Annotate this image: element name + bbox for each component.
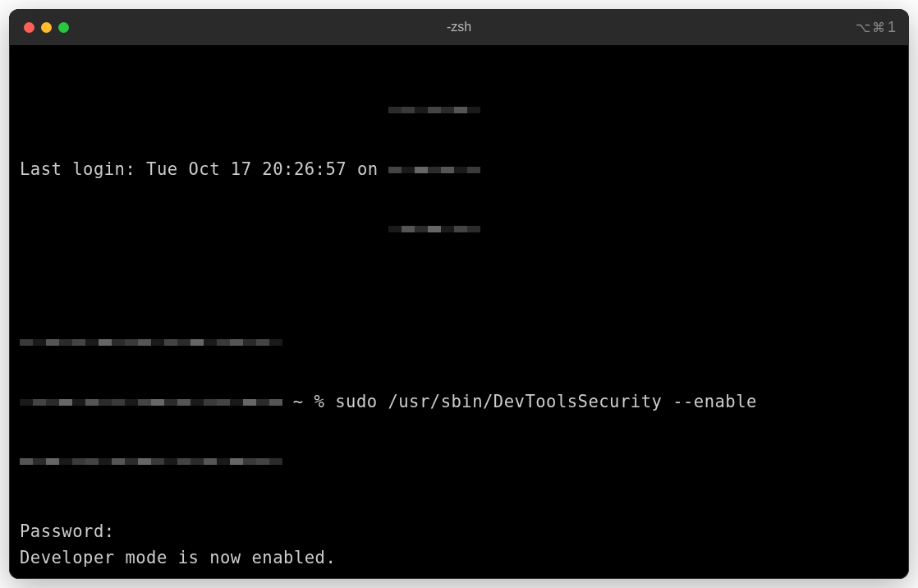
- traffic-lights: [9, 22, 69, 33]
- redacted-tty: [388, 53, 480, 286]
- minimize-button[interactable]: [41, 22, 52, 33]
- command-text: sudo /usr/sbin/DevToolsSecurity --enable: [335, 388, 757, 415]
- prompt-symbol-1: ~ %: [282, 388, 335, 415]
- command-key-icon: ⌘: [872, 20, 885, 35]
- keyboard-shortcut-indicator: ⌥⌘1: [856, 19, 896, 36]
- redacted-hostname-1: [20, 286, 282, 518]
- terminal-line-prompt: ~ %: [20, 572, 898, 579]
- terminal-line-last-login: Last login: Tue Oct 17 20:26:57 on: [20, 53, 898, 286]
- window-title: -zsh: [447, 20, 471, 34]
- terminal-line-command: ~ % sudo /usr/sbin/DevToolsSecurity --en…: [20, 286, 898, 518]
- maximize-button[interactable]: [58, 22, 69, 33]
- terminal-line-password: Password:: [20, 518, 898, 544]
- close-button[interactable]: [24, 22, 34, 33]
- terminal-line-output: Developer mode is now enabled.: [20, 544, 898, 571]
- last-login-text: Last login: Tue Oct 17 20:26:57 on: [20, 156, 388, 182]
- password-prompt: Password:: [20, 518, 115, 544]
- option-key-icon: ⌥: [856, 20, 870, 35]
- developer-mode-output: Developer mode is now enabled.: [20, 544, 336, 571]
- shortcut-number: 1: [888, 19, 896, 36]
- redacted-hostname-2: [20, 572, 282, 579]
- terminal-content-area[interactable]: Last login: Tue Oct 17 20:26:57 on: [9, 45, 909, 579]
- titlebar[interactable]: -zsh ⌥⌘1: [9, 9, 909, 45]
- terminal-window: -zsh ⌥⌘1 Last login: Tue Oct 17 20:26:57…: [9, 9, 909, 579]
